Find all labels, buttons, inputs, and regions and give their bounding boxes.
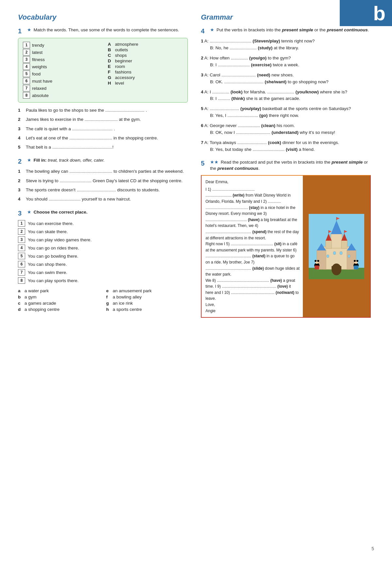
ex2-s4-text: You should .......................... yo… — [26, 196, 131, 202]
ans-letter-d: d — [18, 307, 23, 312]
sentence-4-num: 4 — [18, 135, 23, 141]
match-def-e: room — [115, 64, 125, 69]
postcard-text: Dear Emma, I 1) ........................… — [202, 176, 303, 317]
match-def-h: level — [115, 81, 124, 86]
match-letter-d: D — [108, 58, 113, 63]
match-word-3: fitness — [32, 57, 45, 62]
ans-text-f: a bowling alley — [113, 295, 142, 299]
svg-point-28 — [356, 260, 358, 262]
match-row-4: 4 weights — [23, 63, 98, 70]
box-num-2: 2 — [18, 228, 25, 235]
exercise-1: 1 ★ Match the words. Then, use some of t… — [18, 27, 188, 151]
answer-h: h a sports centre — [106, 307, 188, 312]
match-row-3: 3 fitness — [23, 56, 98, 63]
box-item-5: 5 You can go bowling there. — [18, 253, 188, 259]
ex2-s2-num: 2 — [18, 178, 23, 184]
chapter-letter: b — [373, 3, 385, 24]
box-num-6: 6 — [18, 261, 25, 267]
match-row-5: 5 food — [23, 70, 98, 77]
svg-rect-25 — [354, 265, 358, 269]
match-right-row-a: A atmosphere — [108, 41, 183, 47]
match-num-1: 1 — [23, 42, 30, 48]
grammar-5b: B: Yes, I ......................... (go)… — [201, 112, 371, 119]
box-text-3: You can play video games there. — [28, 237, 91, 242]
grammar-4b: B: I .......... (think) she is at the ga… — [201, 95, 371, 102]
ex2-s4-num: 4 — [18, 196, 23, 202]
match-row-8: 8 absolute — [23, 92, 98, 99]
box-item-7: 7 You can swim there. — [18, 269, 188, 276]
svg-rect-20 — [315, 265, 319, 269]
answer-g: g an ice rink — [106, 301, 188, 306]
match-right-row-e: E room — [108, 64, 183, 69]
grammar-4a: 4 A: I .............. (look) for Marsha.… — [201, 89, 371, 96]
ex2-s1-num: 1 — [18, 168, 23, 175]
exercise-3-instruction: ★ Choose the correct place. — [27, 209, 88, 216]
exercise-1-header: 1 ★ Match the words. Then, use some of t… — [18, 27, 188, 35]
exercise-3-header: 3 ★ Choose the correct place. — [18, 209, 188, 217]
grammar-item-2: 2 A: How often .............. (you/go) t… — [201, 55, 371, 69]
match-right-row-d: D beginner — [108, 58, 183, 64]
ans-text-h: a sports centre — [113, 307, 142, 312]
answer-f: f a bowling alley — [106, 295, 188, 299]
disney-castle-svg — [309, 214, 364, 279]
exercise-5-text: Read the postcard and put the verbs in b… — [210, 160, 368, 171]
exercise-4: 4 ★ Put the verbs in brackets into the p… — [201, 27, 371, 153]
ex2-s3-num: 3 — [18, 187, 23, 193]
ans-text-a: a water park — [24, 288, 49, 293]
exercise-3-text: Choose the correct place. — [34, 210, 88, 215]
page-number: 5 — [371, 546, 374, 551]
grammar-6b: B: OK, now I ...........................… — [201, 129, 371, 136]
sentence-1-text: Paula likes to go to the shops to see th… — [26, 107, 147, 114]
grammar-5a: 5 A: ........................ (you/play)… — [201, 105, 371, 112]
match-num-5: 5 — [23, 71, 30, 77]
match-letter-e: E — [108, 64, 113, 69]
svg-rect-15 — [333, 251, 336, 255]
match-def-b: outlets — [115, 47, 128, 52]
grammar-item-7: 7 A: Tonya always ......................… — [201, 139, 371, 153]
box-text-8: You can play sports there. — [28, 278, 79, 283]
match-row-1: 1 trendy — [23, 41, 98, 49]
ex2-s3-text: The sports centre doesn't ..............… — [26, 187, 160, 193]
exercise-5-header: 5 ★★ Read the postcard and put the verbs… — [201, 159, 371, 172]
ans-letter-c: c — [18, 301, 23, 306]
grammar-2b: B: I .......................... (exercis… — [201, 62, 371, 69]
box-num-5: 5 — [18, 253, 25, 259]
grammar-1b: B: No, he ...................... (study)… — [201, 45, 371, 52]
svg-rect-18 — [348, 255, 350, 258]
exercise-3-answers: a a water park e an amusement park b a g… — [18, 288, 188, 312]
sentence-5: 5 That belt is a .......................… — [18, 144, 188, 151]
ans-text-g: an ice rink — [113, 301, 133, 306]
match-word-2: latest — [32, 50, 42, 55]
box-text-6: You can shop there. — [28, 262, 67, 267]
exercise-3-num: 3 — [18, 209, 24, 217]
ex2-s1-text: The bowling alley can ..................… — [26, 168, 184, 175]
ans-letter-e: e — [106, 288, 111, 293]
box-num-8: 8 — [18, 277, 25, 284]
box-item-4: 4 You can go on rides there. — [18, 245, 188, 251]
box-text-1: You can exercise there. — [28, 221, 74, 226]
page-content: Vocabulary 1 ★ Match the words. Then, us… — [0, 0, 392, 337]
match-row-7: 7 relaxed — [23, 85, 98, 92]
exercise-1-text: Match the words. Then, use some of the w… — [34, 27, 179, 32]
box-text-2: You can skate there. — [28, 229, 68, 234]
ans-letter-h: h — [106, 307, 111, 312]
corner-decoration: 1 b — [340, 0, 392, 39]
sentence-2-num: 2 — [18, 116, 23, 123]
match-right-row-b: B outlets — [108, 47, 183, 53]
match-word-8: absolute — [32, 93, 49, 98]
exercise-4-num: 4 — [201, 27, 207, 35]
answer-c: c a games arcade — [18, 301, 100, 306]
match-word-5: food — [32, 72, 41, 76]
grammar-2a: 2 A: How often .............. (you/go) t… — [201, 55, 371, 62]
right-column: Grammar 4 ★ Put the verbs in brackets in… — [201, 13, 371, 324]
ans-text-d: a shopping centre — [24, 307, 59, 312]
match-row-2: 2 latest — [23, 49, 98, 56]
match-def-c: shops — [115, 53, 127, 58]
grammar-3b: B: OK. ................................ … — [201, 79, 371, 86]
box-text-7: You can swim there. — [28, 270, 67, 275]
sentence-1: 1 Paula likes to go to the shops to see … — [18, 107, 188, 114]
ex2-sentence-4: 4 You should .......................... … — [18, 196, 188, 202]
answer-e: e an amusement park — [106, 288, 188, 293]
box-num-4: 4 — [18, 245, 25, 251]
sentence-5-num: 5 — [18, 144, 23, 151]
